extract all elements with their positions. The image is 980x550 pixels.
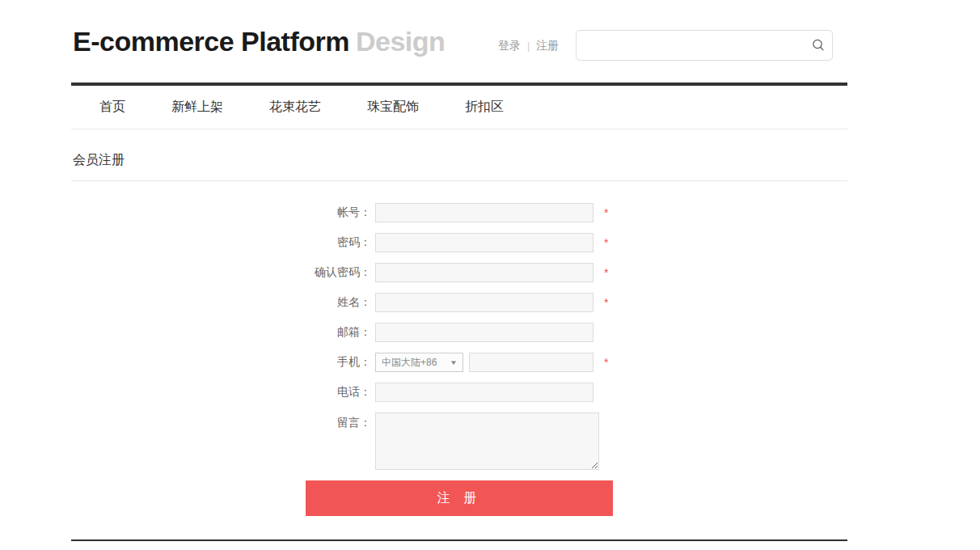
registration-form: 帐号： * 密码： * 确认密码： * 姓名： * 邮箱： 手机： 中国大陆+8… bbox=[71, 181, 847, 516]
name-field[interactable] bbox=[375, 293, 593, 312]
form-row-password: 密码： * bbox=[71, 233, 847, 252]
logo-secondary-text: Design bbox=[356, 26, 445, 57]
required-marker: * bbox=[604, 237, 608, 248]
country-code-value: 中国大陆+86 bbox=[382, 356, 437, 370]
page-title: 会员注册 bbox=[71, 152, 847, 180]
login-link[interactable]: 登录 bbox=[498, 39, 521, 52]
auth-divider: | bbox=[527, 40, 530, 52]
message-textarea[interactable] bbox=[375, 412, 599, 470]
nav-item-label: 首页 bbox=[99, 99, 125, 113]
password-field[interactable] bbox=[375, 233, 593, 252]
nav-item-home[interactable]: 首页 bbox=[99, 99, 125, 116]
site-logo[interactable]: E-commerce PlatformDesign bbox=[73, 26, 445, 57]
email-label: 邮箱： bbox=[71, 325, 371, 340]
email-field[interactable] bbox=[375, 323, 593, 342]
search-icon[interactable] bbox=[805, 31, 832, 60]
search-box bbox=[576, 30, 833, 61]
country-code-select[interactable]: 中国大陆+86 ▼ bbox=[375, 353, 463, 372]
form-row-message: 留言： bbox=[71, 412, 847, 470]
search-input[interactable] bbox=[577, 31, 805, 60]
confirm-password-label: 确认密码： bbox=[71, 265, 371, 280]
nav-item-label: 新鲜上架 bbox=[171, 99, 223, 113]
form-row-account: 帐号： * bbox=[71, 203, 847, 222]
account-label: 帐号： bbox=[71, 205, 371, 220]
phone-label: 电话： bbox=[71, 385, 371, 400]
form-row-confirm-password: 确认密码： * bbox=[71, 263, 847, 282]
form-row-name: 姓名： * bbox=[71, 293, 847, 312]
required-marker: * bbox=[604, 297, 608, 308]
footer-divider bbox=[71, 539, 847, 550]
submit-row: 注 册 bbox=[71, 480, 847, 516]
page-container: E-commerce PlatformDesign 登录|注册 首页 新鲜上架 … bbox=[71, 0, 847, 550]
mobile-field[interactable] bbox=[469, 353, 593, 372]
nav-item-label: 珠宝配饰 bbox=[367, 99, 419, 113]
form-row-email: 邮箱： bbox=[71, 323, 847, 342]
nav-item-label: 折扣区 bbox=[465, 99, 504, 113]
required-marker: * bbox=[604, 207, 608, 218]
account-field[interactable] bbox=[375, 203, 593, 222]
password-label: 密码： bbox=[71, 235, 371, 250]
nav-item-discount[interactable]: 折扣区 bbox=[465, 99, 504, 116]
nav-item-bouquets[interactable]: 花束花艺 bbox=[269, 99, 321, 116]
chevron-down-icon: ▼ bbox=[450, 359, 458, 366]
required-marker: * bbox=[604, 357, 608, 368]
mobile-label: 手机： bbox=[71, 355, 371, 370]
nav-item-new-arrivals[interactable]: 新鲜上架 bbox=[171, 99, 223, 116]
register-link[interactable]: 注册 bbox=[536, 39, 559, 52]
form-row-phone: 电话： bbox=[71, 383, 847, 402]
logo-primary-text: E-commerce Platform bbox=[73, 26, 349, 57]
header: E-commerce PlatformDesign 登录|注册 bbox=[71, 0, 847, 82]
main-nav: 首页 新鲜上架 花束花艺 珠宝配饰 折扣区 bbox=[71, 82, 847, 129]
section-title-wrap: 会员注册 bbox=[71, 129, 847, 181]
nav-item-label: 花束花艺 bbox=[269, 99, 321, 113]
auth-links: 登录|注册 bbox=[498, 39, 559, 53]
confirm-password-field[interactable] bbox=[375, 263, 593, 282]
phone-field[interactable] bbox=[375, 383, 593, 402]
name-label: 姓名： bbox=[71, 295, 371, 310]
message-label: 留言： bbox=[71, 412, 371, 432]
register-button[interactable]: 注 册 bbox=[306, 480, 613, 516]
form-row-mobile: 手机： 中国大陆+86 ▼ * bbox=[71, 353, 847, 372]
required-marker: * bbox=[604, 267, 608, 278]
nav-item-jewelry[interactable]: 珠宝配饰 bbox=[367, 99, 419, 116]
nav-list: 首页 新鲜上架 花束花艺 珠宝配饰 折扣区 bbox=[71, 86, 847, 129]
